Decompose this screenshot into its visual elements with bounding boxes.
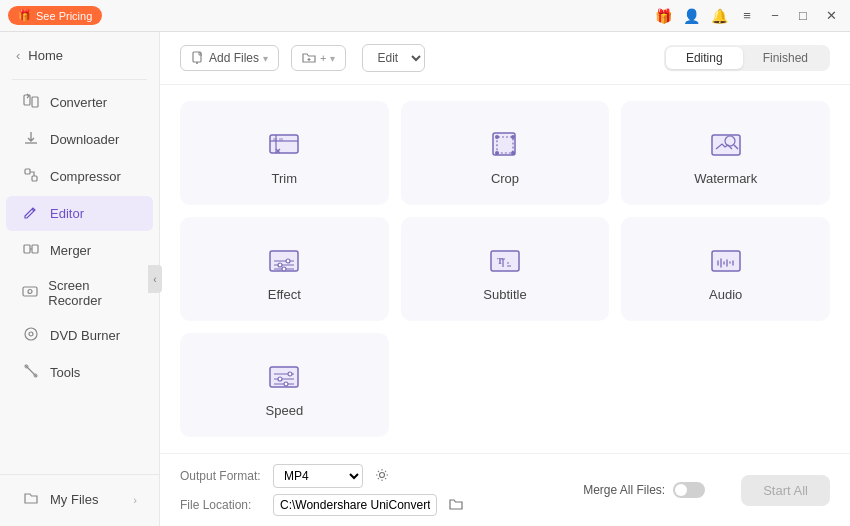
editor-label: Editor: [50, 206, 84, 221]
add-files-chevron: ▾: [263, 53, 268, 64]
my-files-icon: [22, 490, 40, 509]
svg-point-8: [25, 328, 37, 340]
sidebar-item-home[interactable]: ‹ Home: [0, 40, 159, 71]
sidebar-bottom: My Files ›: [0, 474, 159, 518]
speed-icon: [266, 359, 302, 395]
svg-point-38: [284, 382, 288, 386]
maximize-button[interactable]: □: [792, 5, 814, 27]
tab-finished[interactable]: Finished: [743, 47, 828, 69]
sidebar-item-my-files[interactable]: My Files ›: [6, 482, 153, 517]
svg-point-27: [278, 263, 282, 267]
add-files-label: Add Files: [209, 51, 259, 65]
subtitle-icon: T: [487, 243, 523, 279]
svg-rect-31: [491, 251, 519, 271]
trim-label: Trim: [272, 171, 298, 186]
editor-icon: [22, 204, 40, 223]
crop-label: Crop: [491, 171, 519, 186]
sidebar-item-downloader[interactable]: Downloader: [6, 122, 153, 157]
svg-rect-4: [24, 245, 30, 253]
sidebar-wrapper: ‹ Home Converter Downloader: [0, 32, 160, 526]
gift-button[interactable]: 🎁: [652, 5, 674, 27]
audio-label: Audio: [709, 287, 742, 302]
app-body: ‹ Home Converter Downloader: [0, 32, 850, 526]
notification-button[interactable]: 🔔: [708, 5, 730, 27]
subtitle-card[interactable]: T Subtitle: [401, 217, 610, 321]
merge-toggle[interactable]: [673, 482, 705, 498]
add-folder-button[interactable]: + ▾: [291, 45, 346, 71]
sidebar-collapse-button[interactable]: ‹: [148, 265, 162, 293]
content-header: Add Files ▾ + ▾ Edit Editing Finished: [160, 32, 850, 85]
watermark-card[interactable]: Watermark: [621, 101, 830, 205]
svg-point-40: [288, 372, 292, 376]
output-format-select[interactable]: MP4: [273, 464, 363, 488]
svg-point-28: [286, 259, 290, 263]
footer-settings: Output Format: MP4 File Location:: [180, 464, 467, 516]
editor-grid: Trim Crop: [160, 85, 850, 453]
screen-recorder-icon: [22, 284, 38, 303]
see-pricing-button[interactable]: 🎁 See Pricing: [8, 6, 102, 25]
tab-group: Editing Finished: [664, 45, 830, 71]
compressor-icon: [22, 167, 40, 186]
edit-dropdown[interactable]: Edit: [362, 44, 425, 72]
browse-folder-button[interactable]: [445, 495, 467, 516]
minimize-button[interactable]: −: [764, 5, 786, 27]
tab-editing[interactable]: Editing: [666, 47, 743, 69]
add-files-button[interactable]: Add Files ▾: [180, 45, 279, 71]
svg-point-20: [495, 151, 499, 155]
watermark-icon: [708, 127, 744, 163]
svg-point-36: [278, 377, 282, 381]
home-label: Home: [28, 48, 63, 63]
file-location-row: File Location:: [180, 494, 467, 516]
svg-rect-5: [32, 245, 38, 253]
effect-label: Effect: [268, 287, 301, 302]
sidebar-item-converter[interactable]: Converter: [6, 85, 153, 120]
my-files-arrow: ›: [133, 494, 137, 506]
sidebar-item-screen-recorder[interactable]: Screen Recorder: [6, 270, 153, 316]
sidebar-item-tools[interactable]: Tools: [6, 355, 153, 390]
effect-card[interactable]: Effect: [180, 217, 389, 321]
output-format-row: Output Format: MP4: [180, 464, 467, 488]
window-controls: 🎁 👤 🔔 ≡ − □ ✕: [652, 5, 842, 27]
back-icon: ‹: [16, 48, 20, 63]
output-format-settings-button[interactable]: [371, 466, 393, 487]
watermark-label: Watermark: [694, 171, 757, 186]
merge-section: Merge All Files:: [583, 482, 705, 498]
svg-rect-13: [270, 135, 298, 153]
speed-label: Speed: [266, 403, 304, 418]
sidebar-item-compressor[interactable]: Compressor: [6, 159, 153, 194]
crop-card[interactable]: Crop: [401, 101, 610, 205]
sidebar-item-editor[interactable]: Editor: [6, 196, 153, 231]
svg-text:T: T: [497, 256, 503, 266]
svg-rect-2: [25, 169, 30, 174]
svg-point-41: [380, 472, 385, 477]
sidebar-item-merger[interactable]: Merger: [6, 233, 153, 268]
subtitle-label: Subtitle: [483, 287, 526, 302]
add-folder-label: +: [320, 52, 326, 64]
sidebar-item-dvd-burner[interactable]: DVD Burner: [6, 318, 153, 353]
start-all-button[interactable]: Start All: [741, 475, 830, 506]
svg-point-19: [511, 135, 515, 139]
gift-icon: 🎁: [18, 9, 32, 22]
menu-button[interactable]: ≡: [736, 5, 758, 27]
svg-rect-6: [23, 287, 37, 296]
user-button[interactable]: 👤: [680, 5, 702, 27]
sidebar: ‹ Home Converter Downloader: [0, 32, 160, 526]
sidebar-divider: [12, 79, 147, 80]
screen-recorder-label: Screen Recorder: [48, 278, 137, 308]
speed-card[interactable]: Speed: [180, 333, 389, 437]
svg-point-21: [511, 151, 515, 155]
trim-card[interactable]: Trim: [180, 101, 389, 205]
file-location-input[interactable]: [273, 494, 437, 516]
svg-rect-14: [273, 138, 277, 141]
converter-icon: [22, 93, 40, 112]
dvd-burner-icon: [22, 326, 40, 345]
audio-card[interactable]: Audio: [621, 217, 830, 321]
tools-label: Tools: [50, 365, 80, 380]
crop-icon: [487, 127, 523, 163]
content-footer: Output Format: MP4 File Location:: [160, 453, 850, 526]
svg-rect-15: [279, 138, 283, 141]
add-folder-chevron: ▾: [330, 53, 335, 64]
close-button[interactable]: ✕: [820, 5, 842, 27]
downloader-label: Downloader: [50, 132, 119, 147]
title-bar: 🎁 See Pricing 🎁 👤 🔔 ≡ − □ ✕: [0, 0, 850, 32]
